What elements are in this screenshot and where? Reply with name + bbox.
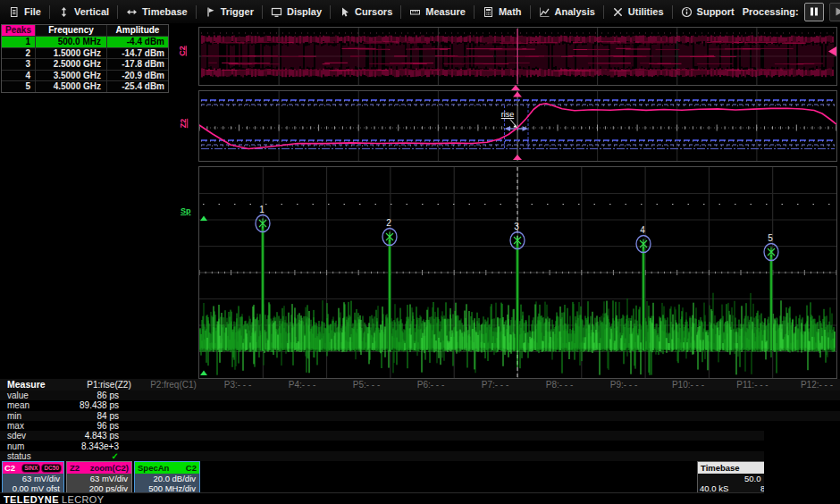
measure-row-label: value	[7, 391, 29, 400]
measure-column-header[interactable]: P1:rise(Z2)	[77, 379, 141, 391]
specan-descriptor-header: SpecAn C2	[135, 462, 199, 474]
z2-volts-per-div: 63 mV/div	[71, 474, 128, 483]
measure-column-header[interactable]: P12:- - -	[785, 379, 840, 391]
peak-frequency: 500.0 MHz	[36, 37, 107, 47]
oscilloscope-screen: FileVerticalTimebaseTriggerDisplayCursor…	[0, 0, 840, 504]
menu-item-display[interactable]: Display	[263, 6, 330, 18]
peaks-table-row[interactable]: 32.5000 GHz-17.8 dBm	[2, 58, 168, 70]
z2-channel-name: Z2	[70, 462, 80, 474]
menu-item-math[interactable]: Math	[475, 6, 530, 18]
pause-button[interactable]	[804, 3, 824, 21]
peaks-table-row[interactable]: 1500.0 MHz-4.4 dBm	[2, 36, 168, 47]
peak-number: 2	[2, 48, 36, 59]
measure-column-header[interactable]: P3:- - -	[206, 379, 270, 391]
measure-column-header[interactable]: P6:- - -	[399, 379, 463, 391]
peaks-table-row[interactable]: 54.5000 GHz-25.4 dBm	[2, 80, 168, 92]
menu-item-label: File	[24, 6, 41, 17]
c2-descriptor-header: C2 SINX DC50	[3, 462, 63, 474]
waveform-area: rise 12345	[198, 24, 838, 382]
peaks-table-row[interactable]: 43.5000 GHz-20.9 dBm	[2, 70, 168, 81]
channel-descriptor-c2[interactable]: C2 SINX DC50 63 mV/div 0.00 mV ofst	[2, 461, 64, 492]
spectrum-panel[interactable]: 12345	[198, 166, 837, 379]
menu-item-label: Trigger	[221, 6, 254, 17]
peak-marker-number: 4	[640, 225, 645, 235]
menu-item-utilities[interactable]: Utilities	[604, 6, 672, 18]
specan-db-per-div: 20.0 dB/div	[139, 474, 196, 483]
peaks-header-cell: Amplitude	[107, 25, 168, 36]
measure-column-header[interactable]: P9:- - -	[592, 379, 656, 391]
c2-descriptor-body: 63 mV/div 0.00 mV ofst	[3, 474, 63, 493]
measure-column-header[interactable]: P7:- - -	[463, 379, 527, 391]
menu-item-label: Display	[287, 6, 322, 17]
menu-item-cursors[interactable]: Cursors	[331, 6, 400, 18]
play-button[interactable]	[829, 3, 840, 21]
c2-waveform-panel[interactable]	[198, 27, 837, 86]
channel-descriptor-z2[interactable]: Z2 zoom(C2) 63 mV/div 200 ps/div	[66, 461, 132, 492]
z2-trace-label[interactable]: Z2	[179, 119, 188, 129]
measure-row-label: status	[7, 451, 31, 461]
peaks-table[interactable]: PeaksFrequencyAmplitude1500.0 MHz-4.4 dB…	[1, 24, 169, 93]
z2-zoom-panel[interactable]: rise	[198, 90, 837, 162]
measure-header-row: Measure P1:rise(Z2)P2:freq(C1)P3:- - -P4…	[0, 379, 840, 391]
measure-column-header[interactable]: P10:- - -	[656, 379, 720, 391]
menu-item-label: Math	[499, 6, 522, 17]
peak-number: 5	[2, 81, 36, 92]
measure-column-header[interactable]: P5:- - -	[334, 379, 399, 391]
menu-item-vertical[interactable]: Vertical	[50, 6, 117, 18]
menu-item-label: Analysis	[555, 6, 595, 17]
measure-table: Measure P1:rise(Z2)P2:freq(C1)P3:- - -P4…	[0, 379, 840, 461]
measure-p1-value: 84 ps	[36, 411, 119, 421]
measure-column-header[interactable]: P8:- - -	[527, 379, 592, 391]
analysis-chart-icon	[539, 6, 550, 18]
menu-item-support[interactable]: Support	[673, 6, 743, 18]
cursor-pointer-icon	[339, 6, 350, 18]
spectrum-trace-label[interactable]: Sp	[181, 206, 191, 215]
timebase-scale: 50.0	[744, 474, 761, 483]
c2-trace-label[interactable]: C2	[178, 46, 187, 56]
menu-item-label: Utilities	[628, 6, 664, 17]
measure-row-sdev: sdev4.843 ps	[0, 431, 840, 441]
menu-item-trigger[interactable]: Trigger	[197, 6, 262, 18]
trigger-flag-icon	[205, 6, 216, 18]
c2-volts-per-div: 63 mV/div	[6, 474, 60, 483]
c2-channel-name: C2	[4, 462, 15, 474]
measure-p1-value: 4.843 ps	[36, 431, 119, 441]
peak-marker-number: 1	[259, 205, 265, 214]
trigger-position-marker-top[interactable]	[511, 85, 520, 90]
measure-row-num: num8.343e+3	[0, 441, 840, 451]
specan-name: SpecAn	[138, 462, 169, 474]
peak-number: 3	[2, 59, 36, 70]
z2-source: zoom(C2)	[90, 462, 129, 474]
peak-number: 4	[2, 71, 36, 81]
measure-row-label: max	[7, 421, 24, 431]
measure-row-label: num	[7, 441, 24, 451]
peak-frequency: 2.5000 GHz	[36, 59, 107, 70]
menu-item-label: Support	[697, 6, 735, 17]
peaks-table-row[interactable]: 21.5000 GHz-14.7 dBm	[2, 47, 168, 59]
z2-descriptor-body: 63 mV/div 200 ps/div	[67, 474, 131, 493]
menu-item-measure[interactable]: Measure	[401, 6, 474, 18]
support-info-icon	[681, 6, 693, 18]
menu-item-timebase[interactable]: Timebase	[118, 6, 196, 18]
peaks-header-cell: Frequency	[36, 25, 107, 36]
peak-amplitude: -17.8 dBm	[107, 59, 168, 70]
menu-item-file[interactable]: File	[0, 6, 49, 18]
measure-p1-value: 8.343e+3	[36, 441, 119, 451]
menu-item-analysis[interactable]: Analysis	[531, 6, 603, 18]
menu-item-label: Timebase	[142, 6, 188, 17]
timebase-title: Timebase	[701, 462, 740, 474]
measure-column-header[interactable]: P11:- - -	[720, 379, 785, 391]
specan-descriptor-body: 20.0 dB/div 500 MHz/div	[135, 474, 199, 493]
c2-badges: SINX DC50	[21, 464, 62, 473]
timebase-arrows-icon	[126, 6, 138, 18]
peak-marker-number: 5	[768, 233, 773, 243]
sinx-badge: SINX	[21, 464, 40, 473]
measure-p1-value: 89.438 ps	[36, 400, 119, 410]
measure-column-header[interactable]: P2:freq(C1)	[141, 379, 206, 391]
file-icon	[8, 6, 20, 18]
math-calculator-icon	[483, 6, 494, 18]
channel-descriptor-specan[interactable]: SpecAn C2 20.0 dB/div 500 MHz/div	[134, 461, 200, 492]
measure-row-max: max96 ps	[0, 421, 840, 431]
measure-column-header[interactable]: P4:- - -	[270, 379, 334, 391]
menu-item-label: Vertical	[74, 6, 109, 17]
